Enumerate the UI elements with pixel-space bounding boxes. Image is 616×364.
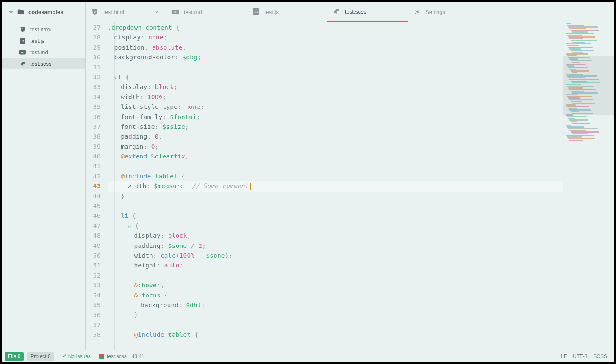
code-line[interactable]: display: none; [108, 33, 563, 42]
file-tree-item[interactable]: 5test.html [2, 24, 85, 35]
code-line[interactable]: @include tablet { [108, 172, 563, 181]
line-number: 50 [86, 251, 108, 261]
file-explorer-sidebar: codesamples 5test.htmlJStest.jsM↓test.md… [2, 2, 86, 350]
minimap-line [571, 131, 599, 133]
no-issues-label[interactable]: No Issues [62, 353, 91, 359]
minimap-line [566, 23, 571, 24]
line-number: 28 [86, 33, 108, 42]
code-line[interactable]: } [108, 192, 563, 201]
line-number: 52 [86, 271, 108, 281]
code-line[interactable]: position: absolute; [108, 43, 563, 53]
file-dirty-icon [99, 354, 104, 359]
code-line[interactable]: height: auto; [108, 261, 563, 270]
minimap-line [566, 43, 591, 44]
code-line[interactable]: display: block; [108, 231, 563, 241]
code-line[interactable]: padding: $sone / 2; [108, 241, 563, 251]
line-number: 30 [86, 53, 108, 62]
code-line[interactable]: li { [108, 211, 563, 221]
code-line[interactable]: ul { [108, 72, 563, 82]
line-number: 34 [86, 92, 108, 102]
minimap-line [569, 38, 583, 39]
minimap-line [567, 25, 584, 26]
minimap-line [568, 26, 598, 28]
minimap-line [566, 125, 571, 126]
code-line[interactable]: width: $measure; // Some comment [108, 181, 563, 191]
file-tree-item[interactable]: JStest.js [2, 35, 85, 47]
code-line[interactable]: width: 100%; [108, 92, 563, 102]
code-line[interactable]: background-color: $dbg; [108, 53, 563, 62]
scss-file-icon [333, 8, 340, 15]
minimap-line [569, 48, 581, 50]
settings-file-icon [413, 8, 420, 15]
code-line[interactable]: display: block; [108, 82, 563, 92]
line-number: 33 [86, 82, 108, 92]
code-line[interactable]: background: $dhl; [108, 300, 563, 310]
file-tree-item-label: test.scss [30, 61, 52, 67]
tab-bar: 5test.html×M↓test.mdJStest.jstest.scssSe… [86, 2, 614, 22]
text-caret [250, 183, 251, 190]
minimap-line [567, 136, 582, 138]
status-file-indicator[interactable]: test.scss 43:41 [99, 353, 144, 359]
line-number: 43 [86, 181, 108, 191]
editor-tab[interactable]: JStest.js [247, 2, 327, 22]
code-line[interactable] [108, 201, 563, 211]
status-cursor-position: 43:41 [132, 353, 144, 359]
line-number: 49 [86, 241, 108, 251]
md-file-icon: M↓ [19, 50, 26, 56]
editor-tab[interactable]: Settings [408, 2, 488, 22]
editor-tab-label: test.js [264, 9, 321, 15]
minimap-line [568, 138, 595, 139]
minimap-line [569, 119, 588, 121]
code-line[interactable] [108, 63, 563, 72]
code-line[interactable] [108, 320, 563, 330]
file-tree-item[interactable]: test.scss [2, 58, 85, 69]
file-tree-item-label: test.md [30, 49, 48, 56]
linter-file-chip[interactable]: File 0 [5, 352, 24, 361]
status-encoding[interactable]: UTF-8 [573, 353, 587, 359]
status-line-ending[interactable]: LF [561, 353, 567, 359]
line-number: 36 [86, 112, 108, 122]
line-number: 56 [86, 310, 108, 320]
code-line[interactable]: @include tablet { [108, 330, 563, 340]
code-line[interactable]: font-family: $fontui; [108, 112, 563, 122]
code-line[interactable] [108, 271, 563, 281]
code-line[interactable]: a { [108, 221, 563, 231]
editor-tab[interactable]: test.scss [327, 2, 408, 22]
code-line[interactable]: } [108, 310, 563, 320]
code-line[interactable]: @extend %clearfix; [108, 152, 563, 161]
editor-viewport[interactable]: 2728293031323334353637383940414243444546… [86, 22, 614, 350]
editor-tab[interactable]: M↓test.md [166, 2, 247, 22]
code-line[interactable]: list-style-type: none; [108, 102, 563, 112]
code-line[interactable]: padding: 0; [108, 132, 563, 142]
minimap-line [568, 47, 593, 48]
folder-icon [17, 9, 24, 15]
minimap-viewport[interactable] [563, 56, 614, 115]
minimap[interactable] [563, 22, 614, 350]
line-number: 48 [86, 231, 108, 241]
linter-project-chip[interactable]: Project 0 [27, 352, 54, 361]
file-tree-item-label: test.html [30, 26, 51, 33]
md-file-icon: M↓ [172, 10, 179, 14]
code-line[interactable]: font-size: $ssize; [108, 122, 563, 132]
code-line[interactable]: .dropdown-content { [108, 23, 563, 33]
line-number: 31 [86, 63, 108, 72]
editor-tab[interactable]: 5test.html× [86, 2, 166, 22]
project-root-row[interactable]: codesamples [2, 2, 85, 22]
project-root-label: codesamples [28, 9, 63, 15]
status-language[interactable]: SCSS [593, 353, 607, 359]
file-tree-item[interactable]: M↓test.md [2, 47, 85, 58]
code-line[interactable]: &:hover, [108, 281, 563, 290]
minimap-line [572, 123, 590, 124]
line-number: 51 [86, 261, 108, 270]
code-line[interactable]: margin: 0; [108, 142, 563, 152]
chip-label: File 0 [8, 353, 20, 359]
code-line[interactable]: width: calc(100% - $sone); [108, 251, 563, 261]
line-number: 40 [86, 152, 108, 161]
minimap-line [571, 121, 577, 122]
code-line[interactable] [108, 161, 563, 171]
close-icon[interactable]: × [154, 8, 160, 15]
code-line[interactable]: &:focus { [108, 291, 563, 300]
line-number: 54 [86, 291, 108, 300]
code-content[interactable]: .dropdown-content {display: none;positio… [108, 22, 563, 340]
html-file-icon: 5 [19, 27, 26, 33]
